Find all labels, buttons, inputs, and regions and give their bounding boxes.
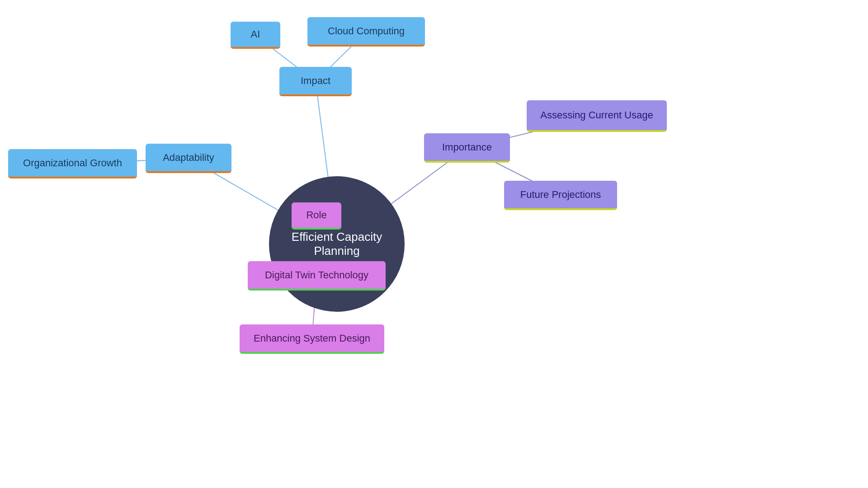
cloud-computing-node[interactable]: Cloud Computing: [307, 17, 425, 47]
assessing-current-usage-label: Assessing Current Usage: [540, 109, 653, 121]
center-label: Efficient Capacity Planning: [277, 230, 396, 258]
adaptability-node[interactable]: Adaptability: [146, 144, 231, 173]
enhancing-system-design-label: Enhancing System Design: [254, 333, 370, 344]
digital-twin-technology-label: Digital Twin Technology: [265, 269, 368, 281]
future-projections-node[interactable]: Future Projections: [504, 181, 617, 210]
center-node[interactable]: Efficient Capacity Planning: [269, 176, 405, 312]
ai-node[interactable]: AI: [231, 22, 280, 49]
impact-label: Impact: [301, 75, 330, 87]
importance-label: Importance: [442, 141, 492, 153]
assessing-current-usage-node[interactable]: Assessing Current Usage: [527, 100, 667, 132]
digital-twin-technology-node[interactable]: Digital Twin Technology: [248, 261, 386, 291]
organizational-growth-node[interactable]: Organizational Growth: [8, 149, 137, 178]
connections-svg: [0, 0, 868, 488]
importance-node[interactable]: Importance: [424, 133, 510, 163]
future-projections-label: Future Projections: [520, 189, 601, 201]
enhancing-system-design-node[interactable]: Enhancing System Design: [240, 324, 384, 354]
cloud-computing-label: Cloud Computing: [328, 25, 405, 37]
organizational-growth-label: Organizational Growth: [23, 157, 122, 169]
role-node[interactable]: Role: [292, 202, 341, 230]
impact-node[interactable]: Impact: [279, 67, 352, 96]
ai-label: AI: [251, 28, 260, 40]
adaptability-label: Adaptability: [163, 152, 214, 164]
role-label: Role: [306, 209, 326, 221]
mindmap-container: Efficient Capacity Planning AICloud Comp…: [0, 0, 868, 488]
